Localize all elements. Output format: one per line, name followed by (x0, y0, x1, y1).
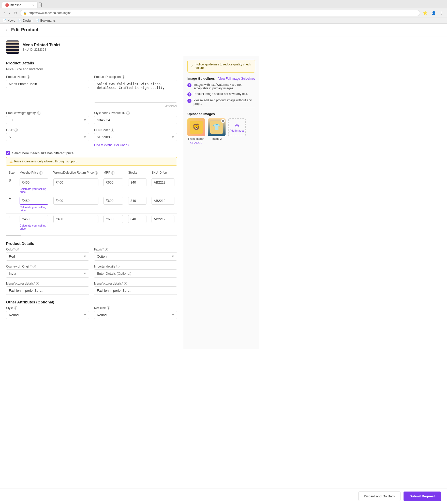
desc-info-icon[interactable]: ℹ (122, 75, 125, 79)
mrp-input-s[interactable] (103, 178, 123, 186)
image2-label: Image 2 (212, 137, 222, 140)
bookmark-icon: 📄 (35, 19, 39, 22)
color-select[interactable]: Red Blue Green (6, 252, 89, 261)
gst-info-icon[interactable]: ℹ (14, 129, 18, 132)
sku-input-m[interactable] (152, 197, 174, 205)
change-front-image-link[interactable]: CHANGE (190, 141, 202, 144)
sku-input-l[interactable] (152, 215, 174, 223)
add-image-button[interactable]: ⊕ Add Images (228, 118, 246, 136)
return-price-input-s[interactable] (53, 178, 98, 186)
price-table-wrapper: Size Meesho Price ℹ Wrong/Defective Retu… (6, 169, 177, 234)
form-group-manufacturer1: Manufacturer details* ℹ (6, 282, 89, 295)
style-code-input[interactable] (94, 116, 177, 124)
front-image-inner: 🦁 (187, 118, 205, 136)
hsn-info-icon[interactable]: ℹ (111, 129, 114, 132)
section-title-product-details-2: Product Details (6, 241, 177, 246)
calc-link-m[interactable]: Calculate your selling price (20, 206, 48, 212)
th-return-price: Wrong/Defective Return Price ℹ (51, 169, 101, 177)
bookmark-bookmarks[interactable]: 📄 Bookmarks (35, 19, 55, 22)
attr1-info-icon[interactable]: ℹ (14, 306, 17, 310)
close-tab-button[interactable]: ✕ (32, 4, 34, 7)
return-price-input-m[interactable] (53, 197, 98, 205)
new-tab-button[interactable]: + (39, 3, 42, 7)
attr2-select[interactable]: Round (94, 311, 177, 319)
gst-select[interactable]: 5 12 18 (6, 133, 89, 141)
mrp-input-l[interactable] (103, 215, 123, 223)
different-price-checkbox[interactable] (6, 151, 10, 155)
stocks-input-s[interactable] (128, 178, 146, 186)
style-code-info-icon[interactable]: ℹ (126, 111, 130, 115)
fabric-select[interactable]: Cotton Polyester (94, 252, 177, 261)
th-mrp: MRP ℹ (101, 169, 126, 177)
bookmark-news[interactable]: 📄 News (3, 19, 15, 22)
active-tab[interactable]: meesho ✕ (2, 2, 38, 8)
price-warning-banner: ⚠ Price increase is only allowed through… (6, 157, 177, 166)
view-full-guidelines-link[interactable]: View Full Image Guidelines (218, 77, 255, 80)
reload-button[interactable]: ↻ (13, 10, 18, 16)
gst-label: GST* ℹ (6, 128, 89, 132)
desc-char-count: 240/6000 (94, 104, 177, 107)
find-hsn-link[interactable]: Find relevant HSN Code › (94, 143, 177, 147)
color-info-icon[interactable]: ℹ (16, 248, 19, 251)
importer-info-icon[interactable]: ℹ (116, 265, 120, 268)
product-name-input[interactable] (6, 80, 89, 88)
submit-button[interactable]: Submit Request (404, 492, 441, 501)
return-price-input-l[interactable] (53, 215, 98, 223)
attr2-info-icon[interactable]: ℹ (107, 306, 110, 310)
manufacturer2-label: Manufacturer details* ℹ (94, 282, 177, 285)
stocks-input-m[interactable] (128, 197, 146, 205)
country-info-icon[interactable]: ℹ (33, 265, 36, 268)
mrp-input-m[interactable] (103, 197, 123, 205)
manufacturer2-info-icon[interactable]: ℹ (124, 282, 127, 285)
forward-nav-button[interactable]: › (8, 10, 11, 16)
bookmarks-bar: 📄 News 📄 Design 📄 Bookmarks (0, 18, 447, 23)
country-select[interactable]: India China (6, 269, 89, 278)
bookmark-design[interactable]: 📄 Design (18, 19, 32, 22)
calc-link-s[interactable]: Calculate your selling price (20, 187, 48, 193)
weight-select[interactable]: 100 200 300 (6, 116, 89, 124)
return-price-info-icon[interactable]: ℹ (95, 171, 98, 175)
stocks-input-l[interactable] (128, 215, 146, 223)
importer-input[interactable] (94, 269, 177, 278)
fabric-label: Fabric* ℹ (94, 248, 177, 251)
meesho-price-cell-l: Calculate your selling price (17, 213, 51, 232)
meesho-price-input-s[interactable] (20, 178, 48, 186)
style-code-label: Style code / Product ID ℹ (94, 111, 177, 115)
table-scrollbar[interactable] (6, 235, 177, 236)
menu-button[interactable]: ⋮ (439, 10, 444, 16)
url-text: https://www.meesho.com/login/ (28, 11, 70, 15)
mrp-info-icon[interactable]: ℹ (111, 171, 114, 175)
product-desc-input[interactable]: Solid two-fold wallet with clean details… (94, 80, 177, 103)
meesho-price-info-icon[interactable]: ℹ (39, 171, 42, 175)
fabric-info-icon[interactable]: ℹ (105, 248, 108, 251)
image-guidelines-title: Image Guidelines (187, 77, 215, 80)
guideline-num-2: 2 (187, 92, 191, 96)
manufacturer2-input[interactable] (94, 286, 177, 295)
size-cell-m: M (6, 195, 17, 213)
form-group-fabric: Fabric* ℹ Cotton Polyester (94, 248, 177, 261)
profile-button[interactable]: 👤 (430, 10, 437, 16)
extensions-button[interactable]: ⭐ (422, 10, 428, 16)
attr2-label: Neckline ℹ (94, 306, 177, 310)
weight-label: Product weight (gms)* ℹ (6, 111, 89, 115)
sku-cell-s (149, 177, 177, 195)
back-button[interactable]: ← (5, 28, 9, 32)
weight-info-icon[interactable]: ℹ (37, 111, 40, 115)
meesho-price-input-m[interactable] (20, 197, 48, 205)
add-image-card[interactable]: ⊕ Add Images (228, 118, 246, 144)
meesho-price-input-l[interactable] (20, 215, 48, 223)
product-name-info-icon[interactable]: ℹ (27, 75, 30, 79)
hsn-select[interactable]: 61099030 (94, 133, 177, 141)
different-price-label[interactable]: Select here if each size has different p… (12, 151, 73, 155)
form-group-country: Country ofOrigin* ℹ India China (6, 265, 89, 278)
attr1-select[interactable]: Round (6, 311, 89, 319)
back-nav-button[interactable]: ‹ (3, 10, 6, 16)
manufacturer1-input[interactable] (6, 286, 89, 295)
discard-button[interactable]: Discard and Go Back (359, 492, 400, 501)
remove-image2-button[interactable]: ✕ (221, 119, 225, 123)
hsn-label: HSN Code* ℹ (94, 128, 177, 132)
sku-input-s[interactable] (152, 178, 174, 186)
manufacturer1-info-icon[interactable]: ℹ (36, 282, 39, 285)
address-bar[interactable]: 🔒 https://www.meesho.com/login/ (20, 10, 420, 16)
calc-link-l[interactable]: Calculate your selling price (20, 224, 48, 230)
